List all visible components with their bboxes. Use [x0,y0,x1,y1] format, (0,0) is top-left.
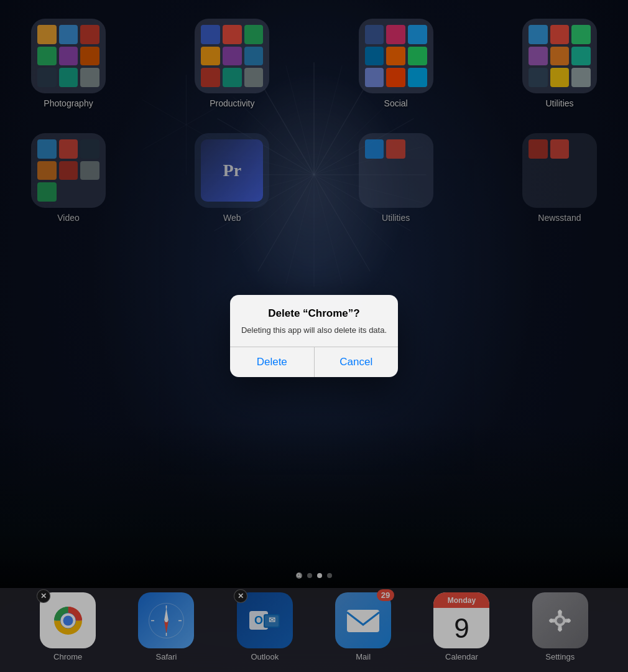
dialog-title: Delete “Chrome”? [240,307,388,320]
cancel-button[interactable]: Cancel [315,347,399,377]
dialog-message: Deleting this app will also delete its d… [240,325,388,336]
dialog-overlay: Delete “Chrome”? Deleting this app will … [0,0,628,672]
delete-dialog: Delete “Chrome”? Deleting this app will … [230,295,398,376]
dialog-content: Delete “Chrome”? Deleting this app will … [230,295,398,346]
delete-button[interactable]: Delete [230,347,315,377]
dialog-buttons: Delete Cancel [230,347,398,377]
